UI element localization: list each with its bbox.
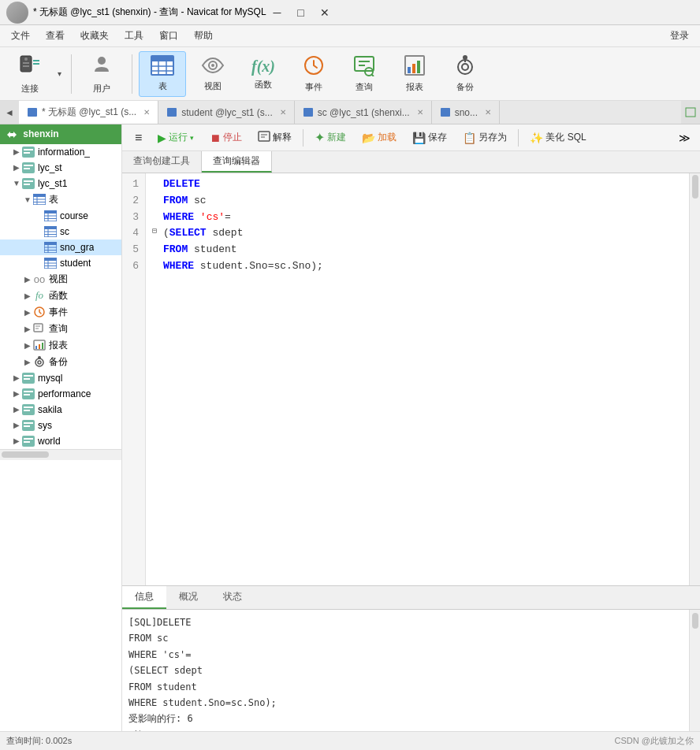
close-button[interactable]: ✕	[314, 3, 336, 22]
backup-button[interactable]: 备份	[441, 51, 489, 97]
login-button[interactable]: 登录	[662, 26, 697, 46]
sidebar-item-information[interactable]: ▶ information_	[0, 144, 121, 160]
toolbar-expand[interactable]: ≫	[675, 128, 694, 147]
code-where-1: WHERE	[163, 210, 194, 226]
code-line-6: WHERE student.Sno=sc.Sno);	[152, 258, 683, 275]
svg-rect-81	[24, 391, 33, 392]
save-as-button[interactable]: 📋 另存为	[456, 128, 513, 147]
sidebar-item-world[interactable]: ▶ world	[0, 433, 121, 449]
query-editor-tabs: 查询创建工具 查询编辑器	[122, 151, 700, 173]
sidebar-group-backup[interactable]: ▶ 备份	[0, 354, 121, 370]
table-button[interactable]: 表	[139, 51, 186, 97]
editor-scrollbar[interactable]	[689, 173, 700, 585]
expand-icon-btn: ≫	[679, 132, 691, 144]
scrollbar-thumb	[2, 451, 49, 458]
content-area: ≡ ▶ 运行 ▾ ⏹ 停止 解释 ✦ 新建	[122, 124, 700, 731]
connect-button[interactable]: 连接	[6, 51, 54, 97]
code-area[interactable]: DELETE FROM sc WHERE 'cs' =	[146, 173, 689, 585]
view-label: 视图	[204, 80, 222, 92]
sidebar-group-event[interactable]: ▶ 事件	[0, 304, 121, 321]
svg-rect-34	[24, 152, 30, 154]
run-label: 运行	[169, 131, 188, 144]
event-button[interactable]: 事件	[290, 51, 337, 97]
svg-rect-62	[44, 258, 57, 261]
sidebar-item-lyc-st[interactable]: ▶ lyc_st	[0, 160, 121, 176]
svg-rect-31	[686, 108, 695, 117]
svg-rect-71	[35, 346, 37, 349]
tab-close-3[interactable]: ✕	[485, 108, 491, 117]
svg-rect-27	[28, 108, 37, 117]
maximize-button[interactable]: □	[290, 3, 312, 22]
student-label: student	[60, 258, 91, 269]
menu-help[interactable]: 帮助	[186, 26, 221, 46]
query-button[interactable]: 查询	[341, 51, 388, 97]
svg-rect-88	[24, 425, 30, 427]
hamburger-menu-button[interactable]: ≡	[128, 128, 148, 147]
query-icon	[353, 54, 375, 78]
sidebar-item-lyc-st1[interactable]: ▼ lyc_st1	[0, 176, 121, 191]
sidebar-connection[interactable]: shenxin	[0, 124, 121, 144]
sidebar-table-course[interactable]: course	[0, 208, 121, 224]
sidebar-table-sno-gra[interactable]: sno_gra	[0, 239, 121, 255]
info-tab-info[interactable]: 信息	[122, 586, 166, 609]
db-label-lyc-st: lyc_st	[38, 162, 62, 173]
tab-close-0[interactable]: ✕	[143, 108, 150, 117]
sidebar-group-report[interactable]: ▶ 报表	[0, 337, 121, 354]
sidebar-group-query[interactable]: ▶ 查询	[0, 321, 121, 337]
menu-file[interactable]: 文件	[3, 26, 38, 46]
save-button[interactable]: 💾 保存	[406, 128, 453, 147]
conn-tab-1[interactable]: student @lyc_st1 (s... ✕	[158, 101, 295, 124]
tab-close-1[interactable]: ✕	[280, 108, 286, 117]
conn-tab-0[interactable]: * 无标题 @lyc_st1 (s... ✕	[19, 101, 158, 124]
menu-tools[interactable]: 工具	[117, 26, 151, 46]
connect-dropdown[interactable]: ▾	[54, 51, 65, 97]
menu-view[interactable]: 查看	[38, 26, 73, 46]
conn-tab-3[interactable]: sno... ✕	[432, 101, 500, 124]
conn-tab-label-1: student @lyc_st1 (s...	[181, 107, 273, 118]
report-button[interactable]: 报表	[391, 51, 438, 97]
tab-nav-next[interactable]	[681, 101, 700, 124]
tab-nav-prev[interactable]: ◄	[0, 101, 19, 124]
beautify-label: 美化 SQL	[545, 131, 586, 144]
svg-rect-47	[44, 210, 57, 213]
info-scrollbar[interactable]	[689, 610, 700, 731]
sidebar-table-student[interactable]: student	[0, 255, 121, 271]
explain-button[interactable]: 解释	[251, 128, 298, 147]
sidebar-table-sc[interactable]: sc	[0, 224, 121, 239]
tab-close-2[interactable]: ✕	[417, 108, 423, 117]
save-label: 保存	[428, 131, 447, 144]
db-label-lyc-st1: lyc_st1	[38, 178, 67, 189]
new-button[interactable]: ✦ 新建	[308, 128, 352, 147]
tab-query-builder[interactable]: 查询创建工具	[122, 151, 202, 173]
view-button[interactable]: 视图	[189, 51, 236, 97]
sidebar-item-performance[interactable]: ▶ performance	[0, 386, 121, 402]
query-group-label: 查询	[49, 322, 68, 336]
conn-tab-2[interactable]: sc @lyc_st1 (shenxi... ✕	[295, 101, 432, 124]
info-tab-overview[interactable]: 概况	[166, 586, 210, 609]
user-button[interactable]: 用户	[78, 51, 125, 97]
minimize-button[interactable]: ─	[266, 3, 289, 22]
sql-editor[interactable]: 1 2 3 4 5 6 DELETE FROM sc	[122, 173, 700, 585]
title-bar: * 无标题 @lyc_st1 (shenxin) - 查询 - Navicat …	[0, 0, 700, 25]
load-button[interactable]: 📂 加载	[356, 128, 403, 147]
run-button[interactable]: ▶ 运行 ▾	[151, 128, 200, 147]
info-tabs: 信息 概况 状态	[122, 586, 700, 610]
backup-icon	[454, 54, 476, 78]
sno-gra-icon	[44, 241, 57, 254]
hamburger-icon: ≡	[135, 131, 142, 145]
func-button[interactable]: f(x) 函数	[240, 51, 287, 97]
line-numbers: 1 2 3 4 5 6	[122, 173, 146, 585]
stop-button[interactable]: ⏹ 停止	[203, 128, 248, 147]
sidebar-group-view[interactable]: ▶ oo 视图	[0, 271, 121, 288]
sidebar-group-table[interactable]: ▼ 表	[0, 191, 121, 208]
tab-query-editor[interactable]: 查询编辑器	[202, 151, 272, 173]
menu-window[interactable]: 窗口	[151, 26, 186, 46]
sidebar-group-func[interactable]: ▶ fo 函数	[0, 288, 121, 304]
beautify-button[interactable]: ✨ 美化 SQL	[523, 128, 592, 147]
sidebar-h-scrollbar[interactable]	[0, 449, 121, 460]
sidebar-item-sys[interactable]: ▶ sys	[0, 418, 121, 433]
info-tab-status[interactable]: 状态	[210, 586, 255, 609]
menu-favorites[interactable]: 收藏夹	[73, 26, 117, 46]
sidebar-item-sakila[interactable]: ▶ sakila	[0, 402, 121, 418]
sidebar-item-mysql[interactable]: ▶ mysql	[0, 370, 121, 386]
